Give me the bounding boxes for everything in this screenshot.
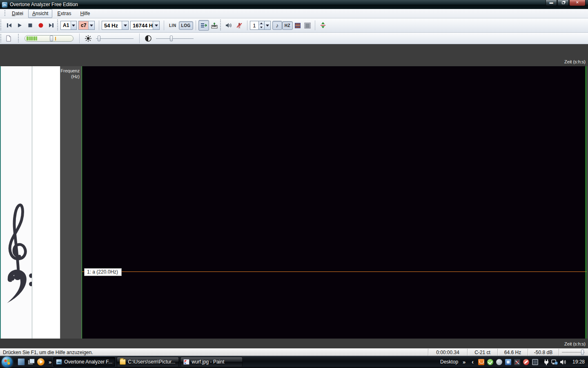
spectrum-panel-button[interactable] bbox=[198, 20, 209, 31]
skip-end-button[interactable] bbox=[46, 20, 57, 31]
microphone-muted-button[interactable] bbox=[234, 20, 245, 31]
note-high-combo[interactable]: c7 bbox=[78, 21, 95, 30]
status-zoom-slider[interactable] bbox=[562, 352, 585, 352]
network-icon[interactable] bbox=[551, 359, 558, 365]
tray-expand-arrow[interactable]: ‹ bbox=[472, 359, 474, 365]
status-zoom-cell bbox=[559, 349, 588, 356]
quick-launch-overflow[interactable]: » bbox=[49, 359, 51, 365]
system-tray: Desktop » ‹ 19:28 bbox=[440, 359, 588, 365]
remote-tray-icon[interactable] bbox=[505, 359, 511, 365]
menu-hilfe[interactable]: Hilfe bbox=[76, 9, 94, 18]
task-overtone-analyzer[interactable]: Overtone Analyzer F... bbox=[53, 357, 115, 367]
blocked-tray-icon[interactable] bbox=[523, 359, 529, 365]
level-marker-tick bbox=[55, 37, 56, 40]
frequency-axis: Frequenz (Hz) bbox=[60, 66, 82, 339]
contrast-slider[interactable] bbox=[156, 35, 194, 42]
note-display-button[interactable]: ♪ bbox=[272, 21, 282, 30]
linear-scale-button[interactable]: LIN bbox=[167, 21, 179, 30]
input-level-control[interactable] bbox=[24, 35, 74, 42]
slider-track bbox=[156, 38, 194, 39]
overview-waveform-canvas[interactable] bbox=[0, 44, 588, 66]
freq-min-combo[interactable]: 54 Hz bbox=[102, 21, 129, 30]
toolbar-grip[interactable] bbox=[18, 34, 19, 43]
piano-panel-button[interactable] bbox=[209, 20, 220, 31]
brightness-slider-thumb[interactable] bbox=[98, 36, 100, 41]
fit-vertical-icon bbox=[320, 22, 326, 29]
speaker-button[interactable] bbox=[223, 20, 234, 31]
power-plug-icon[interactable] bbox=[543, 359, 549, 365]
menubar-grip[interactable] bbox=[4, 10, 6, 17]
menu-ansicht[interactable]: Ansicht bbox=[28, 9, 52, 18]
antivirus-tray-icon[interactable] bbox=[487, 359, 493, 365]
volume-icon[interactable] bbox=[560, 359, 566, 365]
media-player-icon[interactable] bbox=[37, 358, 45, 366]
toolbar-grip[interactable] bbox=[220, 20, 221, 31]
input-switch-tray-icon[interactable] bbox=[514, 359, 520, 365]
playback-cursor[interactable] bbox=[82, 66, 82, 339]
status-help-text: Drücken Sie F1, um die Hilfe anzuzeigen. bbox=[3, 350, 93, 355]
paint-icon bbox=[183, 359, 189, 365]
statusbar: Drücken Sie F1, um die Hilfe anzuzeigen.… bbox=[0, 348, 588, 356]
channel-spinner[interactable]: 1 bbox=[250, 21, 271, 30]
freq-max-dropdown[interactable] bbox=[153, 21, 159, 29]
spin-down-button[interactable] bbox=[259, 25, 264, 29]
spectrogram-view[interactable]: 1: a (220.0Hz) bbox=[82, 66, 587, 339]
freq-axis-unit: (Hz) bbox=[71, 74, 80, 79]
menu-extras[interactable]: Extras bbox=[53, 9, 75, 18]
brightness-slider[interactable] bbox=[96, 35, 134, 42]
desktop-toolbar-label[interactable]: Desktop bbox=[440, 359, 458, 365]
status-zoom-thumb[interactable] bbox=[581, 350, 584, 355]
channel-dropdown[interactable] bbox=[265, 21, 271, 30]
freq-max-combo[interactable]: 16744 Hz bbox=[130, 21, 160, 30]
desktop-toolbar-overflow[interactable]: » bbox=[463, 359, 466, 365]
chevron-down-icon bbox=[124, 25, 127, 27]
start-button[interactable] bbox=[2, 357, 13, 368]
main-view: Frequenz (Hz) 1: a (220.0Hz) bbox=[0, 66, 588, 339]
fit-vertical-button[interactable] bbox=[318, 20, 328, 31]
chevron-up-icon bbox=[260, 22, 263, 24]
restore-button[interactable] bbox=[557, 0, 569, 6]
spectrogram-color-button[interactable] bbox=[293, 21, 303, 30]
note-high-dropdown[interactable] bbox=[88, 21, 94, 29]
record-button[interactable] bbox=[36, 20, 46, 31]
toolbar-main: A1 c7 54 Hz 16744 Hz LIN LOG bbox=[0, 18, 588, 33]
show-desktop-icon[interactable] bbox=[18, 358, 25, 366]
note-low-dropdown[interactable] bbox=[71, 21, 76, 29]
java-tray-icon[interactable] bbox=[478, 359, 484, 365]
minimize-button[interactable]: ▬ bbox=[546, 0, 557, 6]
piano-keyboard[interactable] bbox=[32, 66, 60, 339]
hz-display-button[interactable]: HZ bbox=[282, 21, 293, 30]
chevron-down-icon bbox=[266, 25, 269, 27]
play-button[interactable] bbox=[14, 20, 25, 31]
play-icon bbox=[16, 22, 23, 29]
spectrogram-canvas[interactable] bbox=[82, 66, 587, 339]
menu-datei[interactable]: Datei bbox=[8, 9, 27, 18]
note-low-combo[interactable]: A1 bbox=[60, 21, 77, 30]
scheduler-tray-icon[interactable] bbox=[496, 359, 502, 365]
freq-min-dropdown[interactable] bbox=[122, 21, 128, 29]
new-document-button[interactable] bbox=[4, 34, 13, 43]
contrast-slider-thumb[interactable] bbox=[170, 36, 173, 41]
display-tray-icon[interactable] bbox=[532, 359, 538, 365]
close-button[interactable]: ✕ bbox=[569, 0, 586, 6]
selection-end-cursor[interactable] bbox=[586, 66, 586, 339]
toolbar-grip[interactable] bbox=[0, 20, 2, 31]
waveform-overview[interactable]: Zeit (s:h:s) bbox=[0, 44, 588, 66]
toolbar-grip[interactable] bbox=[0, 34, 2, 43]
task-explorer-pictures[interactable]: C:\Users\sem\Pictur... bbox=[117, 357, 179, 367]
level-slider-thumb[interactable] bbox=[50, 36, 53, 41]
lines-display-button[interactable] bbox=[303, 21, 312, 30]
status-cursor-time: 0:00:00.34 bbox=[428, 349, 467, 356]
status-cursor-frequency: 64.6 Hz bbox=[497, 349, 528, 356]
spin-up-button[interactable] bbox=[259, 21, 264, 25]
level-meter-bars bbox=[27, 36, 37, 40]
toolbar-grip[interactable] bbox=[57, 20, 58, 31]
microphone-muted-icon bbox=[236, 22, 243, 29]
pitch-marker-line[interactable] bbox=[82, 272, 587, 272]
stop-button[interactable] bbox=[25, 20, 36, 31]
window-title: Overtone Analyzer Free Edition bbox=[10, 2, 78, 7]
window-switcher-icon[interactable] bbox=[27, 358, 35, 366]
log-scale-button[interactable]: LOG bbox=[179, 21, 193, 30]
task-paint[interactable]: wurf.jpg - Paint bbox=[180, 357, 243, 367]
skip-start-button[interactable] bbox=[4, 20, 14, 31]
